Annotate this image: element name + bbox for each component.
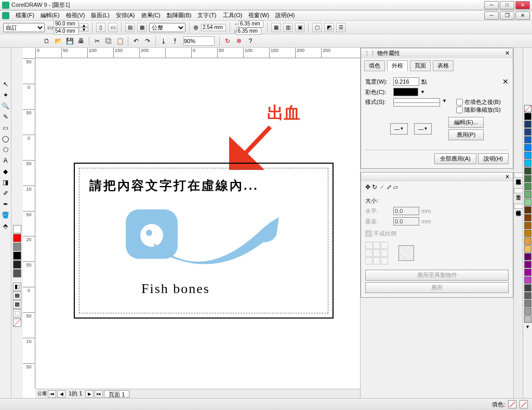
interactive-transparency-tool[interactable]: ◨ <box>1 177 11 188</box>
options-button[interactable]: ☰ <box>336 23 345 32</box>
color-swatch[interactable] <box>524 113 531 120</box>
dup-x-input[interactable] <box>238 20 263 28</box>
text-tool[interactable]: A <box>1 155 11 166</box>
menu-help[interactable]: 說明(H) <box>272 11 298 19</box>
size-spinner-down[interactable]: ▾ <box>79 28 88 32</box>
color-swatch[interactable] <box>524 261 531 268</box>
paste-button[interactable]: 📋 <box>115 36 125 46</box>
outline-width-input[interactable] <box>393 77 419 86</box>
palette-nofill[interactable] <box>13 319 21 327</box>
scripts-button[interactable]: ✲ <box>234 36 244 46</box>
swatch[interactable] <box>13 260 21 269</box>
pattern-swatch[interactable]: ⬚ <box>13 309 21 318</box>
portrait-button[interactable]: ▯ <box>96 23 105 32</box>
apply-all-button[interactable]: 全部應用(A) <box>434 153 476 164</box>
swatch[interactable] <box>13 225 21 233</box>
color-swatch[interactable] <box>524 144 531 151</box>
color-swatch[interactable] <box>524 269 531 276</box>
eyedropper-tool[interactable]: ✐ <box>1 188 11 199</box>
minimize-button[interactable]: ─ <box>484 1 499 9</box>
help-button[interactable]: ? <box>245 36 256 46</box>
color-swatch[interactable] <box>524 121 531 128</box>
menu-bitmaps[interactable]: 點陣圖(B) <box>164 11 195 19</box>
color-swatch[interactable] <box>524 315 531 323</box>
landscape-button[interactable]: ▭ <box>108 23 117 32</box>
corel-online-button[interactable]: ↻ <box>222 36 233 46</box>
shape-tool[interactable]: ✦ <box>1 90 11 100</box>
print-button[interactable]: 🖶 <box>76 36 86 46</box>
outline-edit-button[interactable]: 編輯(E)... <box>448 117 484 128</box>
canvas-area[interactable]: 050100150200050100150200250 500500501050… <box>23 48 360 398</box>
color-swatch[interactable] <box>524 191 531 198</box>
pages-diff-button[interactable]: ▤ <box>125 23 135 32</box>
snap-grid-button[interactable]: ▦ <box>271 23 281 32</box>
page-preset-select[interactable]: 自訂 <box>3 23 45 32</box>
menu-text[interactable]: 文字(T) <box>194 11 219 19</box>
page-next-button[interactable]: ▶ <box>85 390 94 398</box>
nudge-input[interactable] <box>201 24 226 31</box>
menu-edit[interactable]: 編輯(E) <box>37 11 63 19</box>
color-swatch[interactable] <box>524 183 531 190</box>
pick-tool[interactable]: ↖ <box>1 79 11 89</box>
color-swatch[interactable] <box>524 284 531 292</box>
color-swatch[interactable] <box>524 308 531 315</box>
palette-scroll-down[interactable]: ▼ <box>525 324 530 329</box>
menu-arrange[interactable]: 安排(A) <box>113 11 138 19</box>
pattern-swatch[interactable]: ▩ <box>13 300 21 309</box>
polygon-tool[interactable]: ⬠ <box>1 144 11 155</box>
color-swatch[interactable] <box>524 253 531 260</box>
scale-with-image-checkbox[interactable] <box>456 107 463 113</box>
color-swatch[interactable] <box>524 206 531 214</box>
color-swatch[interactable] <box>524 230 531 237</box>
page-last-button[interactable]: ⏭ <box>95 390 103 398</box>
outline-tool[interactable]: ✒ <box>1 199 11 209</box>
color-swatch[interactable] <box>524 222 531 229</box>
maximize-button[interactable]: □ <box>500 1 514 9</box>
doc-restore-button[interactable]: ❐ <box>500 11 514 20</box>
swatch[interactable] <box>13 252 21 260</box>
color-swatch[interactable] <box>524 300 531 307</box>
color-swatch[interactable] <box>524 214 531 221</box>
transform-skew-button[interactable]: ▱ <box>393 183 398 191</box>
no-outline-icon[interactable]: ✕ <box>502 77 509 86</box>
color-swatch[interactable] <box>524 175 531 182</box>
interactive-tool[interactable]: ⬘ <box>1 221 11 231</box>
page-first-button[interactable]: ⏮ <box>48 390 56 398</box>
side-tab-symbols[interactable]: 符號與特殊字元 <box>514 204 523 209</box>
page-width-input[interactable] <box>54 20 78 28</box>
close-button[interactable]: ✕ <box>515 1 530 9</box>
export-button[interactable]: ⭱ <box>170 36 180 46</box>
color-swatch[interactable] <box>524 199 531 206</box>
outline-color-combo[interactable] <box>393 88 418 96</box>
doc-minimize-button[interactable]: ─ <box>484 11 499 20</box>
menu-layout[interactable]: 版面(L) <box>88 11 112 19</box>
page-prev-button[interactable]: ◀ <box>57 390 65 398</box>
color-swatch[interactable] <box>524 237 531 245</box>
new-button[interactable]: 🗋 <box>42 36 52 46</box>
transform-size-button[interactable]: ⤢ <box>387 183 392 191</box>
docker-close-button[interactable]: ✕ <box>505 50 510 57</box>
import-button[interactable]: ⭳ <box>158 36 169 46</box>
color-swatch[interactable] <box>524 136 531 143</box>
doc-close-button[interactable]: ✕ <box>515 11 530 20</box>
side-tab-bitmap-mask[interactable]: 點陣圖色彩遮罩 <box>514 173 523 178</box>
zoom-combo[interactable] <box>183 36 215 46</box>
menu-window[interactable]: 視窗(W) <box>245 11 272 19</box>
guides-button[interactable]: ▢ <box>312 23 322 32</box>
interactive-fill-tool[interactable]: ◆ <box>1 166 11 177</box>
docker-help-button[interactable]: 說明(H) <box>478 153 509 164</box>
snap-obj-button[interactable]: ▣ <box>295 23 304 32</box>
transform-rotate-button[interactable]: ↻ <box>372 183 377 191</box>
behind-fill-checkbox[interactable] <box>456 99 463 105</box>
draw-complex-button[interactable]: ◩ <box>324 23 334 32</box>
page-height-input[interactable] <box>54 28 78 35</box>
copy-button[interactable]: ⿻ <box>103 36 114 46</box>
palette-none[interactable] <box>524 105 531 112</box>
color-swatch[interactable] <box>524 128 531 136</box>
outline-style-combo[interactable] <box>393 98 440 107</box>
menu-effects[interactable]: 效果(C) <box>138 11 164 19</box>
rectangle-tool[interactable]: ▭ <box>1 123 11 133</box>
outline-apply-button[interactable]: 應用(P) <box>448 129 484 140</box>
swatch[interactable] <box>13 269 21 277</box>
snap-guide-button[interactable]: ▥ <box>283 23 292 32</box>
